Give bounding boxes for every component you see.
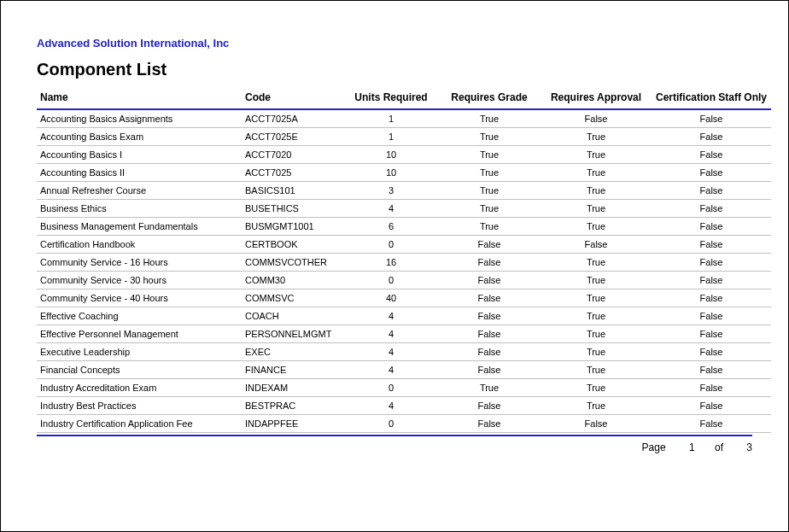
cell-approval: True	[541, 182, 652, 200]
cell-approval: True	[541, 218, 652, 236]
cell-approval: False	[541, 415, 652, 433]
cell-name: Industry Certification Application Fee	[37, 415, 242, 433]
cell-units: 10	[344, 146, 438, 164]
cell-name: Business Management Fundamentals	[37, 218, 242, 236]
cell-approval: True	[541, 164, 652, 182]
cell-staff: False	[652, 200, 771, 218]
cell-grade: False	[438, 254, 541, 272]
cell-name: Accounting Basics II	[37, 164, 242, 182]
cell-approval: True	[541, 379, 652, 397]
cell-staff: False	[652, 164, 771, 182]
table-row: Community Service - 30 hoursCOMM300False…	[37, 272, 771, 289]
cell-staff: False	[652, 343, 771, 361]
table-row: Accounting Basics IACCT702010TrueTrueFal…	[37, 146, 771, 164]
cell-staff: False	[652, 182, 771, 200]
cell-units: 4	[344, 200, 438, 218]
cell-name: Financial Concepts	[37, 361, 242, 379]
col-header-approval: Requires Approval	[541, 88, 652, 109]
cell-units: 0	[344, 272, 438, 289]
cell-code: FINANCE	[242, 361, 344, 379]
cell-approval: True	[541, 146, 652, 164]
cell-grade: False	[438, 272, 541, 289]
table-row: Effective Personnel ManagementPERSONNELM…	[37, 325, 771, 343]
cell-code: BUSMGMT1001	[242, 218, 344, 236]
report-page: Advanced Solution International, Inc Com…	[0, 0, 789, 532]
cell-staff: False	[652, 379, 771, 397]
table-row: Annual Refresher CourseBASICS1013TrueTru…	[37, 182, 771, 200]
cell-units: 40	[344, 289, 438, 307]
cell-approval: True	[541, 128, 652, 146]
cell-staff: False	[652, 415, 771, 433]
cell-code: CERTBOOK	[242, 236, 344, 254]
page-total: 3	[746, 441, 752, 453]
cell-grade: True	[438, 109, 541, 128]
cell-grade: False	[438, 397, 541, 415]
cell-units: 0	[344, 415, 438, 433]
cell-grade: True	[438, 182, 541, 200]
cell-units: 3	[344, 182, 438, 200]
cell-units: 4	[344, 325, 438, 343]
cell-name: Business Ethics	[37, 200, 242, 218]
table-row: Accounting Basics IIACCT702510TrueTrueFa…	[37, 164, 771, 182]
cell-name: Industry Best Practices	[37, 397, 242, 415]
cell-name: Accounting Basics Exam	[37, 128, 242, 146]
cell-units: 0	[344, 236, 438, 254]
cell-code: COMM30	[242, 272, 344, 289]
cell-code: INDEXAM	[242, 379, 344, 397]
cell-code: ACCT7025E	[242, 128, 344, 146]
table-header-row: Name Code Units Required Requires Grade …	[37, 88, 771, 109]
cell-staff: False	[652, 307, 771, 325]
cell-grade: True	[438, 218, 541, 236]
cell-code: COMMSVC	[242, 289, 344, 307]
table-row: Business EthicsBUSETHICS4TrueTrueFalse	[37, 200, 771, 218]
footer: Page 1 of 3	[37, 435, 752, 453]
cell-name: Community Service - 30 hours	[37, 272, 242, 289]
table-row: Community Service - 40 HoursCOMMSVC40Fal…	[37, 289, 771, 307]
col-header-name: Name	[37, 88, 242, 109]
cell-units: 1	[344, 128, 438, 146]
table-row: Community Service - 16 HoursCOMMSVCOTHER…	[37, 254, 771, 272]
of-label: of	[715, 441, 723, 453]
table-row: Executive LeadershipEXEC4FalseTrueFalse	[37, 343, 771, 361]
cell-grade: False	[438, 307, 541, 325]
table-row: Accounting Basics ExamACCT7025E1TrueTrue…	[37, 128, 771, 146]
table-row: Industry Certification Application FeeIN…	[37, 415, 771, 433]
cell-staff: False	[652, 289, 771, 307]
cell-approval: False	[541, 236, 652, 254]
cell-name: Community Service - 16 Hours	[37, 254, 242, 272]
cell-grade: True	[438, 164, 541, 182]
page-title: Component List	[37, 60, 752, 79]
cell-staff: False	[652, 325, 771, 343]
cell-approval: True	[541, 325, 652, 343]
cell-grade: False	[438, 236, 541, 254]
cell-staff: False	[652, 128, 771, 146]
cell-name: Accounting Basics Assignments	[37, 109, 242, 128]
cell-name: Effective Personnel Management	[37, 325, 242, 343]
col-header-code: Code	[242, 88, 344, 109]
cell-code: PERSONNELMGMT	[242, 325, 344, 343]
cell-grade: False	[438, 325, 541, 343]
col-header-staff: Certification Staff Only	[652, 88, 771, 109]
cell-approval: True	[541, 200, 652, 218]
cell-units: 10	[344, 164, 438, 182]
cell-name: Industry Accreditation Exam	[37, 379, 242, 397]
cell-code: COMMSVCOTHER	[242, 254, 344, 272]
cell-units: 4	[344, 307, 438, 325]
cell-grade: True	[438, 128, 541, 146]
table-row: Business Management FundamentalsBUSMGMT1…	[37, 218, 771, 236]
company-name: Advanced Solution International, Inc	[37, 37, 752, 50]
cell-units: 4	[344, 361, 438, 379]
cell-code: EXEC	[242, 343, 344, 361]
table-row: Industry Accreditation ExamINDEXAM0TrueT…	[37, 379, 771, 397]
page-number: 1	[689, 441, 695, 453]
cell-staff: False	[652, 236, 771, 254]
cell-code: ACCT7020	[242, 146, 344, 164]
table-body: Accounting Basics AssignmentsACCT7025A1T…	[37, 109, 771, 433]
cell-code: COACH	[242, 307, 344, 325]
col-header-units: Units Required	[344, 88, 438, 109]
cell-code: INDAPPFEE	[242, 415, 344, 433]
cell-staff: False	[652, 218, 771, 236]
cell-staff: False	[652, 254, 771, 272]
cell-approval: True	[541, 343, 652, 361]
cell-grade: True	[438, 200, 541, 218]
